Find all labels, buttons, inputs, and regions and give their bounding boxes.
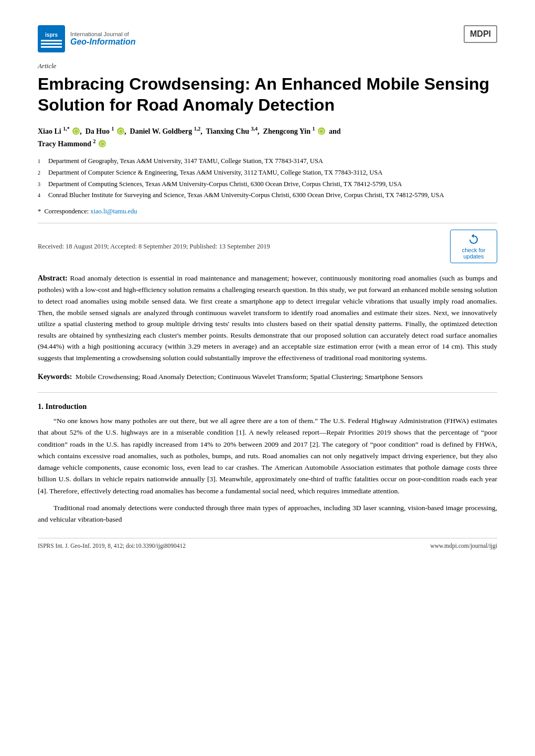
check-updates-line1: check for [462,247,486,253]
refresh-icon [467,233,480,246]
orcid-icon-yin [318,127,325,135]
header-divider [38,223,497,223]
affiliation-1: 1 Department of Geography, Texas A&M Uni… [38,156,497,166]
author-yin: Zhengcong Yin 1 [263,127,315,135]
author-xiao-li: Xiao Li 1,* [38,127,70,135]
intro-paragraph-1: “No one knows how many potholes are out … [38,415,497,497]
dates-row: Received: 18 August 2019; Accepted: 8 Se… [38,230,497,263]
article-title: Embracing Crowdsensing: An Enhanced Mobi… [38,73,497,115]
footer-citation: ISPRS Int. J. Geo-Inf. 2019, 8, 412; doi… [38,543,186,549]
keywords-text: Mobile Crowdsensing; Road Anomaly Detect… [76,373,423,381]
check-updates-line2: updates [463,253,484,260]
orcid-icon-hammond [99,140,106,147]
affiliations-list: 1 Department of Geography, Texas A&M Uni… [38,156,497,200]
affiliations-block: 1 Department of Geography, Texas A&M Uni… [38,156,497,200]
page: isprs International Journal of Geo-Infor… [0,0,535,756]
orcid-icon-dahuo [117,127,124,135]
publication-dates: Received: 18 August 2019; Accepted: 8 Se… [38,243,270,251]
svg-rect-4 [41,46,62,48]
journal-title-block: International Journal of Geo-Information [70,31,135,47]
mdpi-logo: MDPI [464,25,497,43]
author-hammond: Tracy Hammond 2 [38,140,96,148]
affiliation-3: 3 Department of Computing Sciences, Texa… [38,179,497,189]
article-type: Article [38,62,497,70]
svg-rect-3 [41,43,62,45]
abstract-block: Abstract: Road anomaly detection is esse… [38,273,497,364]
footer-url: www.mdpi.com/journal/ijgi [430,543,497,549]
author-goldberg: Daniel W. Goldberg 1,2 [130,127,201,135]
abstract-label: Abstract: [38,274,68,282]
author-da-huo: Da Huo 1 [85,127,114,135]
journal-top-line: International Journal of [70,31,135,37]
journal-branding: isprs International Journal of Geo-Infor… [38,25,135,52]
correspondence-email[interactable]: xiao.li@tamu.edu [90,208,137,215]
keywords-label: Keywords: [38,373,72,381]
intro-paragraph-2: Traditional road anomaly detections were… [38,502,497,526]
affiliation-2: 2 Department of Computer Science & Engin… [38,168,497,178]
section1-heading: 1. Introduction [38,402,497,411]
correspondence-text: Correspondence: xiao.li@tamu.edu [45,208,137,215]
keywords-block: Keywords: Mobile Crowdsensing; Road Anom… [38,371,497,383]
authors-block: Xiao Li 1,* , Da Huo 1 , Daniel W. Goldb… [38,125,497,150]
svg-text:isprs: isprs [45,32,58,38]
author-chu: Tianxing Chu 3,4 [206,127,258,135]
isprs-logo-icon: isprs [38,25,65,52]
page-header: isprs International Journal of Geo-Infor… [38,25,497,52]
correspondence-star: * [38,208,41,215]
svg-rect-2 [41,40,62,41]
journal-name-line: Geo-Information [70,37,135,47]
abstract-text: Road anomaly detection is essential in r… [38,274,497,362]
check-for-updates-badge: check for updates [450,230,497,263]
orcid-icon-xiaoli [72,127,80,135]
svg-rect-0 [38,25,65,52]
affiliation-4: 4 Conrad Blucher Institute for Surveying… [38,190,497,200]
page-footer: ISPRS Int. J. Geo-Inf. 2019, 8, 412; doi… [38,538,497,549]
correspondence-block: * Correspondence: xiao.li@tamu.edu [38,208,497,215]
section-divider [38,392,497,393]
